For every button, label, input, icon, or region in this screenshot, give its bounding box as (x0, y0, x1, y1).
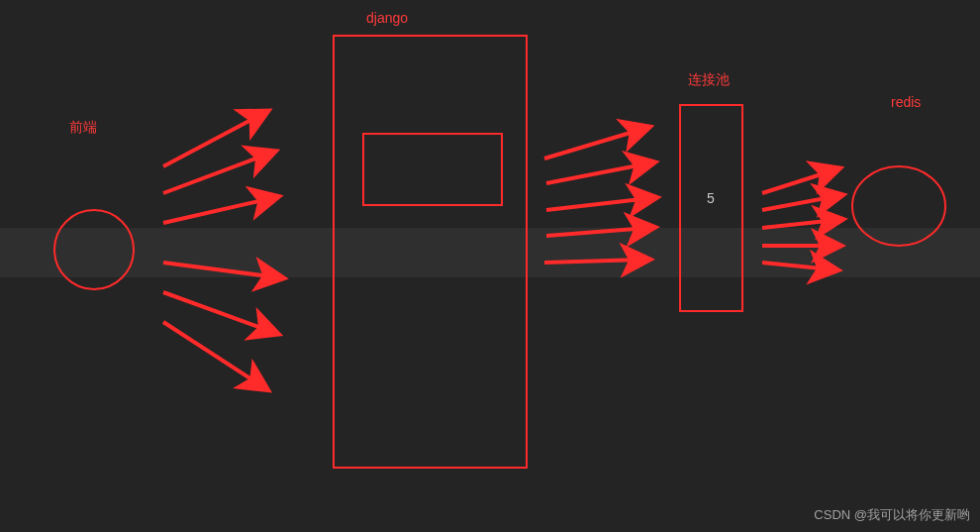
svg-line-3 (163, 263, 277, 277)
svg-line-6 (544, 129, 643, 159)
svg-line-15 (762, 263, 832, 269)
django-label: django (366, 10, 408, 26)
svg-line-9 (546, 228, 648, 236)
arrows-django-pool (544, 129, 650, 263)
frontend-node (54, 210, 134, 289)
pool-label: 连接池 (688, 71, 730, 89)
redis-node (852, 166, 945, 246)
svg-line-12 (762, 196, 836, 210)
pool-size-text: 5 (707, 190, 715, 206)
arrows-frontend-django (163, 114, 277, 386)
django-inner-box (363, 134, 502, 205)
svg-line-10 (544, 260, 643, 263)
svg-line-7 (546, 163, 648, 183)
svg-line-11 (762, 170, 833, 193)
diagram-canvas (0, 0, 980, 532)
frontend-label: 前端 (69, 119, 97, 137)
svg-line-0 (163, 114, 262, 166)
watermark: CSDN @我可以将你更新哟 (814, 506, 970, 524)
redis-label: redis (891, 94, 921, 110)
svg-line-4 (163, 292, 272, 332)
arrows-pool-redis (762, 170, 836, 269)
svg-line-8 (546, 198, 650, 210)
django-box (334, 36, 527, 468)
svg-line-13 (762, 220, 836, 228)
svg-line-2 (163, 198, 272, 223)
pool-box (680, 105, 742, 311)
svg-line-5 (163, 322, 262, 386)
